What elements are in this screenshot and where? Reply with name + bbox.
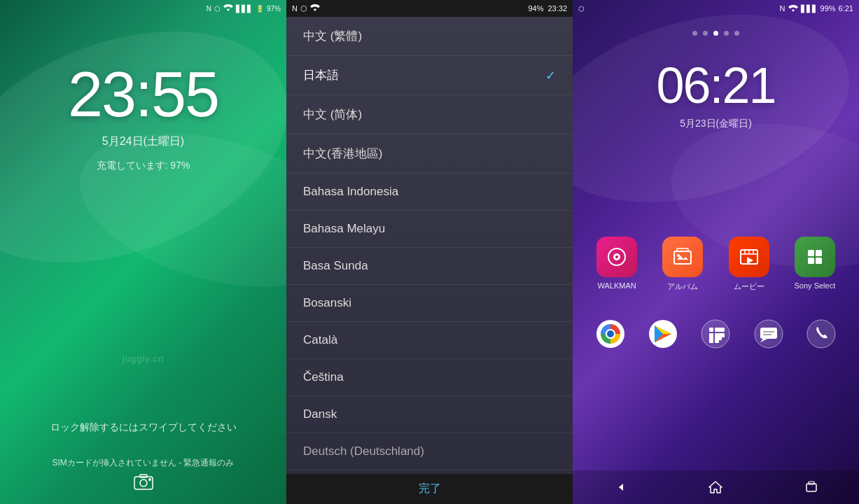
language-name: 中文(香港地區) <box>303 146 382 162</box>
page-dot-5 <box>734 31 739 36</box>
album-app[interactable]: アルバム <box>655 237 711 292</box>
lang-status-icons-left: N ⬡ <box>292 4 320 13</box>
language-name: Deutsch (Deutschland) <box>303 444 424 458</box>
watermark: juggly.cn <box>123 354 164 364</box>
svg-marker-15 <box>747 257 753 264</box>
lang-time: 23:32 <box>547 4 567 13</box>
svg-rect-41 <box>718 336 722 340</box>
list-item[interactable]: 中文 (繁體) <box>286 17 573 56</box>
selected-checkmark: ✓ <box>545 68 556 83</box>
list-item[interactable]: 日本語 ✓ <box>286 56 573 95</box>
page-dot-3 <box>713 31 718 36</box>
battery-icon: 🔋 <box>256 5 264 13</box>
language-name: Basa Sunda <box>303 259 368 273</box>
recents-button[interactable] <box>796 472 827 503</box>
language-name: Čeština <box>303 370 344 384</box>
language-name: 日本語 <box>303 67 339 83</box>
play-store-app[interactable] <box>645 316 681 352</box>
home-time-display: 06:21 <box>573 57 859 114</box>
svg-rect-49 <box>806 484 816 491</box>
language-name: Bahasa Indonesia <box>303 185 398 199</box>
lang-wifi-icon <box>310 4 320 13</box>
list-item[interactable]: Čeština <box>286 359 573 396</box>
svg-rect-39 <box>709 336 713 340</box>
chrome-app[interactable] <box>592 316 629 352</box>
battery-percentage: 97% <box>267 5 281 13</box>
album-icon <box>662 237 703 277</box>
back-button[interactable] <box>605 472 636 503</box>
svg-point-9 <box>677 254 680 257</box>
list-item[interactable]: Català <box>286 322 573 359</box>
home-date-display: 5月23日(金曜日) <box>573 118 859 130</box>
svg-rect-29 <box>709 328 713 332</box>
svg-rect-50 <box>809 482 814 484</box>
movie-app[interactable]: ムービー <box>721 237 777 292</box>
phone-app[interactable] <box>803 316 839 352</box>
page-dot-4 <box>724 31 729 36</box>
language-status-bar: N ⬡ 94% 23:32 <box>286 0 573 17</box>
page-indicator <box>573 31 859 36</box>
lang-status-right: 94% 23:32 <box>528 4 567 13</box>
walkman-icon <box>596 237 637 277</box>
home-screenshot-icon: ⬡ <box>578 5 585 13</box>
app-dock <box>573 309 859 359</box>
lock-time-display: 23:55 <box>68 59 218 131</box>
home-status-left: ⬡ <box>578 5 585 13</box>
svg-rect-16 <box>808 250 814 256</box>
language-footer: 完了 <box>286 473 573 504</box>
language-name: 中文 (繁體) <box>303 28 362 44</box>
movie-icon <box>729 237 769 277</box>
done-button[interactable]: 完了 <box>419 482 441 496</box>
list-item[interactable]: Bahasa Melayu <box>286 211 573 248</box>
svg-point-6 <box>615 255 618 258</box>
wifi-icon <box>223 4 233 13</box>
lock-screen-panel: N ⬡ ▋▋▋ 🔋 97% 23:55 5月24日(土曜日) 充電しています: … <box>0 0 286 504</box>
list-item[interactable]: Basa Sunda <box>286 248 573 285</box>
apps-button[interactable] <box>697 316 734 352</box>
svg-rect-7 <box>674 251 691 264</box>
list-item[interactable]: Bosanski <box>286 285 573 322</box>
language-list[interactable]: 中文 (繁體) 日本語 ✓ 中文 (简体) 中文(香港地區) Bahasa In… <box>286 17 573 473</box>
lock-status-bar: N ⬡ ▋▋▋ 🔋 97% <box>0 0 286 17</box>
signal-icon: ▋▋▋ <box>236 5 253 13</box>
language-name: Bosanski <box>303 296 351 310</box>
svg-point-3 <box>148 479 150 480</box>
lock-date-display: 5月24日(土曜日) <box>102 134 184 149</box>
walkman-app[interactable]: WALKMAN <box>589 237 645 292</box>
language-name: Català <box>303 333 337 347</box>
walkman-label: WALKMAN <box>598 281 636 290</box>
messages-app[interactable] <box>750 316 787 352</box>
screenshot-icon: ⬡ <box>214 5 221 13</box>
album-label: アルバム <box>667 281 698 292</box>
language-name: 中文 (简体) <box>303 106 362 122</box>
language-name: Bahasa Melayu <box>303 222 385 236</box>
home-apps-row: WALKMAN アルバム <box>573 237 859 298</box>
svg-rect-17 <box>816 250 822 256</box>
svg-marker-48 <box>709 482 722 493</box>
language-list-panel: N ⬡ 94% 23:32 中文 (繁體) 日本語 ✓ 中文 (简体) <box>286 0 573 504</box>
svg-rect-19 <box>816 258 822 264</box>
sony-select-app[interactable]: Sony Select <box>787 237 843 292</box>
list-item[interactable]: 中文(香港地區) <box>286 134 573 174</box>
nfc-icon: N <box>207 5 211 13</box>
sony-select-label: Sony Select <box>795 281 836 290</box>
home-status-bar: ⬡ N ▋▋▋ 99% 6:21 <box>573 0 859 17</box>
list-item[interactable]: 中文 (简体) <box>286 95 573 134</box>
lock-charging-status: 充電しています: 97% <box>97 160 190 172</box>
lock-status-icons: N ⬡ ▋▋▋ 🔋 97% <box>207 4 281 13</box>
home-screen-panel: ⬡ N ▋▋▋ 99% 6:21 06:21 5月23日(金曜日) <box>573 0 859 504</box>
list-item[interactable]: Bahasa Indonesia <box>286 174 573 211</box>
swipe-hint: ロック解除するにはスワイプしてください <box>50 421 237 434</box>
home-button[interactable] <box>700 472 731 503</box>
lang-battery: 94% <box>528 4 543 13</box>
svg-point-1 <box>140 479 147 486</box>
svg-rect-8 <box>677 248 688 251</box>
list-item[interactable]: Dansk <box>286 396 573 433</box>
svg-rect-2 <box>140 475 147 477</box>
camera-button[interactable] <box>130 468 158 496</box>
list-item[interactable]: Deutsch (Deutschland) <box>286 433 573 470</box>
svg-rect-43 <box>760 328 777 339</box>
sony-select-icon <box>795 237 835 277</box>
svg-rect-37 <box>718 328 722 332</box>
page-dot-2 <box>703 31 708 36</box>
